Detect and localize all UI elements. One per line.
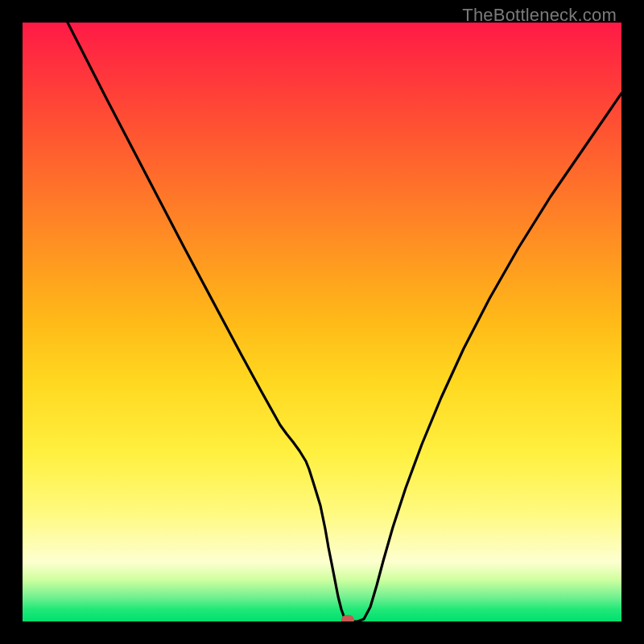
chart-frame: TheBottleneck.com [0, 0, 644, 644]
watermark-text: TheBottleneck.com [462, 5, 617, 26]
optimum-marker [341, 615, 354, 621]
plot-area [23, 23, 621, 621]
bottleneck-curve [23, 23, 621, 621]
